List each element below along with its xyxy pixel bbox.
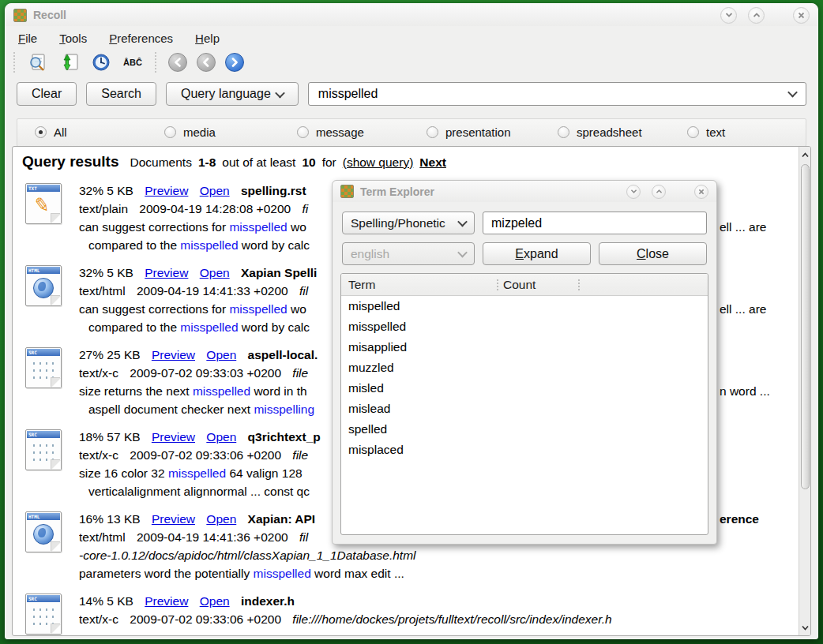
preview-link[interactable]: Preview <box>152 512 195 526</box>
results-header: Query results Documents 1-8 out of at le… <box>22 153 446 170</box>
result-title: q3richtext_p <box>248 430 321 444</box>
filter-radio-spreadsheet[interactable]: spreadsheet <box>558 125 642 139</box>
table-header: Term Count <box>341 274 708 296</box>
term-row[interactable]: muzzled <box>341 358 708 378</box>
column-header-count[interactable]: Count <box>503 278 536 292</box>
preview-link[interactable]: Preview <box>145 594 188 608</box>
sort-update-icon <box>59 52 80 73</box>
recoll-app-icon <box>340 185 354 198</box>
close-dialog-button[interactable]: Close <box>599 242 707 265</box>
result-path: -core-1.0.12/docs/apidoc/html/classXapia… <box>79 549 416 562</box>
radio-icon <box>687 126 699 138</box>
radio-icon <box>427 126 438 138</box>
preview-link[interactable]: Preview <box>145 266 188 279</box>
result-item: SRC 14% 5 KB Preview Open indexer.h text… <box>22 592 791 636</box>
term-explorer-abc-icon: ÅBĈ <box>123 58 142 67</box>
document-preview-button[interactable] <box>27 51 49 73</box>
term-input[interactable]: mizpeled <box>483 212 707 234</box>
chevron-down-icon <box>787 88 798 98</box>
term-row[interactable]: misled <box>341 378 708 399</box>
main-titlebar[interactable]: Recoll <box>6 4 817 26</box>
filter-radio-all[interactable]: All <box>35 125 67 139</box>
open-link[interactable]: Open <box>200 266 230 279</box>
filter-radio-presentation[interactable]: presentation <box>427 125 511 139</box>
preview-link[interactable]: Preview <box>152 430 195 444</box>
dialog-title: Term Explorer <box>360 185 620 198</box>
arrow-right-icon <box>230 58 239 67</box>
expansion-mode-dropdown[interactable]: Spelling/Phonetic <box>342 212 475 234</box>
first-page-button[interactable] <box>168 53 187 72</box>
toolbar-separator <box>13 52 16 73</box>
result-url: file <box>292 366 308 380</box>
result-title: Xapian Spelli <box>241 266 317 279</box>
filter-radio-media[interactable]: media <box>164 125 216 139</box>
dialog-close-button[interactable] <box>694 185 708 199</box>
toolbar-separator <box>155 52 157 73</box>
results-scrollbar[interactable] <box>799 147 810 635</box>
filter-radio-message[interactable]: message <box>297 125 364 139</box>
result-url: fil <box>299 284 308 298</box>
search-input[interactable]: misspelled <box>308 82 806 106</box>
open-link[interactable]: Open <box>206 430 236 444</box>
update-index-button[interactable] <box>58 51 81 73</box>
result-title: aspell-local. <box>248 348 318 361</box>
open-link[interactable]: Open <box>206 512 236 526</box>
term-row[interactable]: misspelled <box>341 316 708 337</box>
chevron-down-icon <box>725 12 733 18</box>
chevron-down-icon <box>630 189 637 194</box>
term-row[interactable]: misapplied <box>341 337 708 358</box>
clipped-title-fragment: erence <box>720 510 759 528</box>
result-title: spelling.rst <box>241 184 306 197</box>
dialog-titlebar[interactable]: Term Explorer <box>333 181 716 202</box>
dialog-minimize-button[interactable] <box>626 185 641 199</box>
term-row[interactable]: mispelled <box>341 296 708 316</box>
clipped-snippet-fragment: n word ... <box>720 382 770 400</box>
menu-help[interactable]: Help <box>195 32 220 45</box>
term-row[interactable]: spelled <box>341 419 708 440</box>
column-resize-handle[interactable] <box>578 279 580 290</box>
preview-link[interactable]: Preview <box>152 348 195 361</box>
next-page-link[interactable]: Next <box>419 155 446 170</box>
show-query-link[interactable]: (show query) <box>343 155 414 170</box>
column-resize-handle[interactable] <box>497 279 498 290</box>
preview-link[interactable]: Preview <box>145 184 188 197</box>
minimize-button[interactable] <box>720 7 737 24</box>
window-title: Recoll <box>33 9 714 21</box>
maximize-button[interactable] <box>748 7 765 24</box>
scrollbar-thumb[interactable] <box>801 164 810 489</box>
open-link[interactable]: Open <box>200 184 230 197</box>
source-file-icon: SRC <box>25 347 62 388</box>
radio-icon <box>164 126 176 138</box>
column-header-term[interactable]: Term <box>341 278 375 292</box>
next-page-button[interactable] <box>225 53 244 72</box>
open-link[interactable]: Open <box>200 594 230 608</box>
menu-tools[interactable]: Tools <box>59 32 87 45</box>
scroll-up-button[interactable] <box>800 148 810 161</box>
query-language-dropdown[interactable]: Query language <box>166 82 299 106</box>
clear-button[interactable]: Clear <box>17 82 77 106</box>
dialog-maximize-button[interactable] <box>652 185 666 199</box>
menu-file[interactable]: File <box>18 32 37 45</box>
scroll-down-button[interactable] <box>800 621 810 634</box>
close-button[interactable] <box>793 7 810 24</box>
arrow-left-icon <box>173 58 182 67</box>
text-file-icon: TXT ✎ <box>25 183 62 224</box>
open-link[interactable]: Open <box>206 348 236 361</box>
radio-icon <box>558 126 569 138</box>
filter-radio-text[interactable]: text <box>687 125 725 139</box>
chevron-down-icon <box>802 625 809 631</box>
term-row[interactable]: mislead <box>341 399 708 419</box>
previous-page-button[interactable] <box>197 53 216 72</box>
toolbar: ÅBĈ <box>6 49 817 77</box>
term-row[interactable]: misplaced <box>341 440 708 460</box>
menu-preferences[interactable]: Preferences <box>109 32 173 45</box>
sort-by-date-button[interactable] <box>90 51 112 73</box>
category-filter-bar: All media message presentation spreadshe… <box>17 118 806 147</box>
document-preview-icon <box>28 52 48 73</box>
expand-button[interactable]: Expand <box>483 242 591 265</box>
radio-icon <box>35 126 47 138</box>
language-dropdown[interactable]: english <box>342 242 475 265</box>
term-explorer-button[interactable]: ÅBĈ <box>122 51 144 73</box>
search-button[interactable]: Search <box>86 82 156 106</box>
search-row: Clear Search Query language misspelled <box>6 77 817 109</box>
